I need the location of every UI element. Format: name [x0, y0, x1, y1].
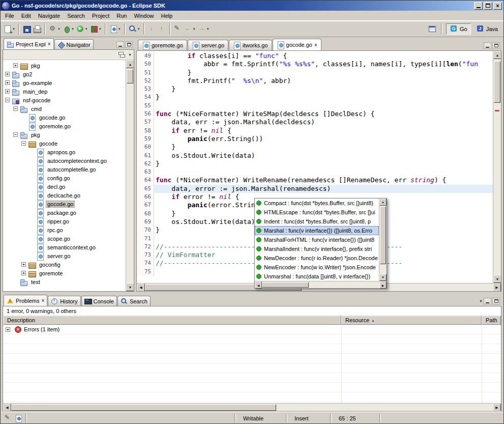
autocomplete-item[interactable]: Compact : func(dst *bytes.Buffer, src []…	[255, 199, 379, 208]
view-menu-icon[interactable]: ▼	[479, 299, 483, 303]
table-row[interactable]	[3, 383, 501, 392]
table-row[interactable]	[3, 344, 501, 354]
menu-search[interactable]: Search	[64, 11, 88, 20]
scroll-down-icon[interactable]: ▼	[493, 275, 501, 283]
scroll-thumb[interactable]	[380, 206, 386, 264]
code-text[interactable]: func (*NiceFormatter) WriteRename(rename…	[154, 176, 493, 184]
code-text[interactable]: os.Stdout.Write(data)	[154, 152, 493, 160]
view-menu-icon[interactable]: ▼	[128, 53, 132, 56]
tree-expand-icon[interactable]: +	[5, 89, 10, 94]
column-path[interactable]: Path	[482, 316, 501, 325]
scroll-up-icon[interactable]: ▲	[126, 60, 134, 68]
code-text[interactable]: }	[154, 143, 493, 151]
tree-collapse-icon[interactable]: −	[13, 132, 18, 137]
tree-expand-icon[interactable]: +	[5, 72, 10, 76]
back-button[interactable]: ▼	[183, 23, 197, 35]
tree-item-autocompletefile.go[interactable]: autocompletefile.go	[3, 165, 126, 174]
tree-item-cmd[interactable]: −cmd	[3, 104, 126, 113]
scroll-down-icon[interactable]: ▼	[126, 283, 134, 291]
editor-tab-gocode.go[interactable]: gocode.go×	[273, 39, 321, 50]
perspective-java-button[interactable]: Java	[472, 23, 501, 35]
tree-expand-icon[interactable]: +	[21, 262, 26, 267]
tree-item-package.go[interactable]: package.go	[3, 208, 126, 217]
table-row[interactable]	[3, 334, 501, 344]
maximize-view-button[interactable]	[492, 42, 500, 49]
table-row[interactable]	[3, 392, 501, 402]
tree-collapse-icon[interactable]: −	[21, 141, 26, 146]
coverage-button[interactable]: ▼	[89, 23, 103, 35]
code-text[interactable]: }	[154, 93, 493, 101]
code-text[interactable]: panic(err.String())	[154, 135, 493, 143]
scroll-left-icon[interactable]: ◀	[255, 281, 262, 289]
tree-item-apropos.go[interactable]: apropos.go	[3, 148, 126, 156]
tree-item-test[interactable]: test	[3, 277, 126, 286]
scroll-up-icon[interactable]: ▲	[493, 51, 501, 59]
autocomplete-item[interactable]: Marshal : func(v interface{}) ([]uint8, …	[255, 226, 379, 235]
minimize-view-button[interactable]	[484, 298, 491, 304]
prev-annotation-button[interactable]	[157, 23, 167, 35]
scroll-down-icon[interactable]: ▼	[379, 274, 387, 281]
tree-item-gocode.go[interactable]: gocode.go	[3, 113, 126, 122]
tab-console[interactable]: Console	[81, 296, 117, 306]
tree-item-declcache.go[interactable]: declcache.go	[3, 191, 126, 200]
autocomplete-item[interactable]: MarshalForHTML : func(v interface{}) ([]…	[255, 235, 379, 244]
menu-navigate[interactable]: Navigate	[35, 11, 64, 20]
tree-collapse-icon[interactable]: −	[5, 98, 10, 102]
scroll-thumb[interactable]	[494, 61, 500, 103]
menu-window[interactable]: Window	[130, 11, 157, 20]
scroll-left-icon[interactable]: ◀	[3, 404, 11, 412]
autocomplete-item[interactable]: Indent : func(dst *bytes.Buffer, src []u…	[255, 217, 379, 226]
heap-status-icon[interactable]	[13, 414, 23, 423]
tree-item-ripper.go[interactable]: ripper.go	[3, 217, 126, 225]
scroll-left-icon[interactable]: ◀	[137, 284, 145, 292]
tree-item-scope.go[interactable]: scope.go	[3, 234, 126, 243]
scroll-right-icon[interactable]: ▶	[493, 404, 501, 412]
run-button[interactable]: ▼	[75, 23, 89, 35]
scroll-up-icon[interactable]: ▲	[379, 199, 387, 206]
popup-vscrollbar[interactable]: ▲ ▼	[379, 199, 387, 281]
tree-item-semanticcontext.go[interactable]: semanticcontext.go	[3, 243, 126, 251]
code-text[interactable]: func (*NiceFormatter) WriteSMap(decldesc…	[154, 110, 493, 118]
tree-item-goremote[interactable]: +goremote	[3, 269, 126, 277]
tab-search[interactable]: Search	[117, 296, 151, 306]
code-text[interactable]	[154, 168, 493, 176]
autocomplete-item[interactable]: NewDecoder : func(r io.Reader) *json.Dec…	[255, 253, 379, 263]
tree-item-config.go[interactable]: config.go	[3, 174, 126, 182]
minimize-view-button[interactable]	[484, 42, 491, 49]
tree-expand-icon[interactable]: +	[13, 63, 18, 68]
scroll-track[interactable]	[126, 68, 134, 283]
editor-tab-itworks.go[interactable]: itworks.go	[229, 40, 272, 50]
code-text[interactable]: data, err := json.Marshal(decldescs)	[154, 118, 493, 126]
table-row[interactable]	[3, 354, 501, 363]
menu-help[interactable]: Help	[158, 11, 176, 20]
tree-item-nsf-gocode[interactable]: −nsf-gocode	[3, 96, 126, 104]
fast-view-icon[interactable]	[3, 414, 13, 423]
code-text[interactable]: if err != nil {	[154, 127, 493, 135]
autocomplete-item[interactable]: NewEncoder : func(w io.Writer) *json.Enc…	[255, 263, 379, 272]
editor-tab-server.go[interactable]: server.go	[188, 40, 228, 50]
code-text[interactable]: fmt.Printf(" %s\n", abbr)	[154, 77, 493, 85]
forward-button[interactable]: ▼	[197, 23, 211, 35]
tab-problems[interactable]: Problems×	[4, 295, 47, 306]
new-class-button[interactable]: ▼	[108, 23, 122, 35]
tree-item-main_dep[interactable]: +main_dep	[3, 87, 126, 96]
scroll-track[interactable]	[493, 59, 501, 275]
open-perspective-button[interactable]	[427, 23, 437, 35]
menu-file[interactable]: File	[2, 11, 18, 20]
close-icon[interactable]: ×	[41, 298, 44, 303]
project-tree[interactable]: +pkg+go2+go-example+main_dep−nsf-gocode−…	[3, 60, 126, 291]
code-text[interactable]: if classes[i] == "func" {	[154, 52, 493, 60]
popup-hscrollbar[interactable]: ◀ ▶	[255, 281, 387, 288]
tab-history[interactable]: History	[48, 296, 80, 306]
search-button[interactable]: ▼	[128, 23, 141, 35]
column-description[interactable]: Description	[3, 316, 341, 325]
autocomplete-item[interactable]: HTMLEscape : func(dst *bytes.Buffer, src…	[255, 208, 379, 217]
tree-item-pkg[interactable]: +pkg	[3, 61, 126, 70]
last-edit-location-button[interactable]	[173, 23, 183, 35]
tree-item-server.go[interactable]: server.go	[3, 251, 126, 260]
external-tools-button[interactable]: ▼	[48, 23, 62, 35]
editor-tab-goremote.go[interactable]: goremote.go	[138, 40, 187, 50]
debug-button[interactable]: ▼	[62, 23, 75, 35]
code-text[interactable]: }	[154, 160, 493, 168]
close-icon[interactable]: ×	[314, 42, 317, 48]
